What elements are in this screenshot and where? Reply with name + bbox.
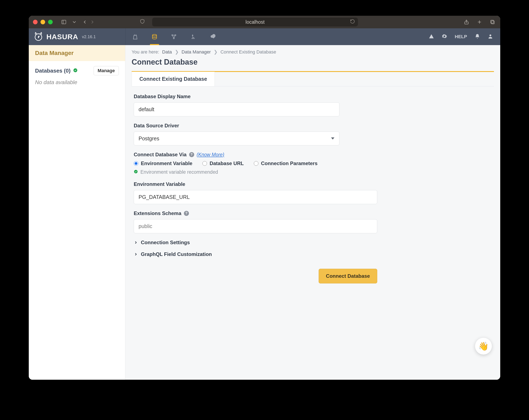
radio-params[interactable]: Connection Parameters <box>254 161 317 166</box>
display-name-input[interactable] <box>134 102 339 116</box>
svg-rect-6 <box>490 20 493 23</box>
ext-schema-label: Extensions Schema <box>134 210 181 216</box>
driver-select[interactable]: Postgres <box>134 131 339 145</box>
ext-schema-input[interactable] <box>134 219 377 233</box>
chevron-down-icon[interactable] <box>71 18 78 25</box>
driver-label: Data Source Driver <box>134 123 377 129</box>
chevron-right-icon: ❯ <box>214 49 217 55</box>
nav-data-icon[interactable] <box>145 28 164 45</box>
svg-point-11 <box>173 38 174 39</box>
wave-fab-icon[interactable]: 👋 <box>475 338 492 355</box>
sidebar-toggle-icon[interactable] <box>60 18 67 25</box>
svg-rect-5 <box>491 21 494 24</box>
hasura-logo-icon <box>33 32 43 42</box>
chevron-right-icon: ❯ <box>175 49 179 55</box>
nav-events-icon[interactable] <box>203 28 222 45</box>
help-icon[interactable]: ? <box>184 211 189 216</box>
address-text: localhost <box>246 19 265 25</box>
header-right: HELP <box>429 34 500 40</box>
nav-actions-icon[interactable] <box>164 28 184 45</box>
recommended-text: Environment variable recommended <box>140 169 218 175</box>
address-bar[interactable]: localhost <box>152 18 358 26</box>
brand-name: HASURA <box>46 33 78 41</box>
svg-point-8 <box>152 34 157 36</box>
sidebar-databases-label: Databases (0) <box>35 68 70 74</box>
graphql-customization-toggle[interactable]: GraphQL Field Customization <box>134 251 377 257</box>
shield-icon <box>140 19 145 25</box>
brand-version: v2.16.1 <box>82 34 96 39</box>
connection-settings-toggle[interactable]: Connection Settings <box>134 240 377 245</box>
brand: HASURA v2.16.1 <box>29 32 125 42</box>
radio-url-input[interactable] <box>202 161 207 166</box>
svg-point-12 <box>489 34 491 36</box>
nav-remote-icon[interactable] <box>184 28 203 45</box>
connect-via-label: Connect Database Via <box>134 152 187 158</box>
maximize-window-button[interactable] <box>48 20 53 24</box>
main-content: You are here: Data ❯ Data Manager ❯ Conn… <box>125 45 500 380</box>
page-title: Connect Database <box>132 58 494 66</box>
radio-env-input[interactable] <box>134 161 138 166</box>
browser-titlebar: localhost <box>29 16 500 28</box>
gear-icon[interactable] <box>442 34 447 40</box>
browser-window: localhost HASURA v2.16.1 <box>29 16 500 380</box>
sidebar-title: Data Manager <box>29 45 125 61</box>
manage-button[interactable]: Manage <box>94 66 119 75</box>
close-window-button[interactable] <box>33 20 38 24</box>
svg-point-9 <box>172 35 173 36</box>
svg-point-10 <box>175 35 176 36</box>
breadcrumb-item[interactable]: Data <box>162 49 172 55</box>
breadcrumb-item[interactable]: Data Manager <box>182 49 211 55</box>
back-button[interactable] <box>81 18 88 25</box>
display-name-label: Database Display Name <box>134 94 377 100</box>
breadcrumb-prefix: You are here: <box>132 49 159 55</box>
radio-params-input[interactable] <box>254 161 258 166</box>
app-header: HASURA v2.16.1 <box>29 28 500 45</box>
main-nav <box>125 28 222 45</box>
help-icon[interactable]: ? <box>189 152 194 157</box>
radio-url[interactable]: Database URL <box>202 161 244 166</box>
minimize-window-button[interactable] <box>40 20 45 24</box>
svg-point-14 <box>134 170 138 174</box>
refresh-icon[interactable] <box>350 19 355 25</box>
nav-api-icon[interactable] <box>126 28 145 45</box>
share-icon[interactable] <box>463 18 470 25</box>
env-var-label: Environment Variable <box>134 181 377 187</box>
help-link[interactable]: HELP <box>455 34 467 39</box>
new-tab-icon[interactable] <box>476 18 483 25</box>
user-icon[interactable] <box>488 34 493 40</box>
check-icon <box>73 68 78 74</box>
tab-bar: Connect Existing Database <box>132 71 494 87</box>
breadcrumb: You are here: Data ❯ Data Manager ❯ Conn… <box>132 49 494 55</box>
forward-button[interactable] <box>89 18 96 25</box>
connect-database-button[interactable]: Connect Database <box>319 269 377 283</box>
breadcrumb-item-current: Connect Existing Database <box>220 49 276 55</box>
svg-rect-0 <box>62 20 66 24</box>
warning-icon[interactable] <box>429 34 434 40</box>
tab-connect-existing[interactable]: Connect Existing Database <box>132 72 215 86</box>
tabs-overview-icon[interactable] <box>489 18 496 25</box>
env-var-input[interactable] <box>134 190 377 204</box>
svg-point-13 <box>73 68 77 72</box>
radio-env[interactable]: Environment Variable <box>134 161 192 166</box>
know-more-link[interactable]: (Know More) <box>197 152 225 158</box>
sidebar: Data Manager Databases (0) Manage No dat… <box>29 45 125 380</box>
traffic-lights <box>33 20 53 24</box>
bell-icon[interactable] <box>475 34 480 40</box>
check-icon <box>134 169 138 175</box>
sidebar-no-data: No data available <box>29 77 125 90</box>
